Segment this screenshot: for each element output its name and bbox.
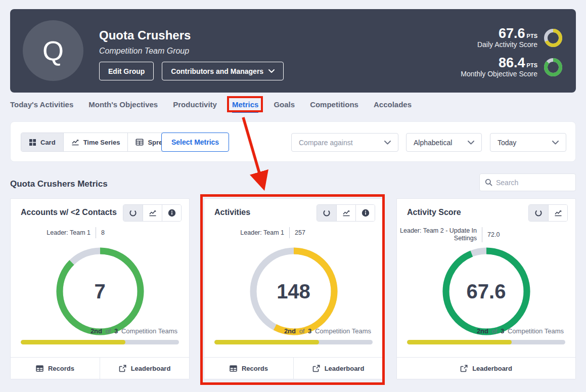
leader-label: Leader: Team 1: [11, 229, 91, 237]
compare-against-value: Compare against: [299, 139, 353, 147]
edit-group-label: Edit Group: [108, 67, 145, 75]
tab-competitions[interactable]: Competitions: [310, 100, 358, 113]
section-title: Quota Crushers Metrics: [10, 179, 108, 189]
rank-text: 2nd of 3 Competition Teams: [284, 327, 373, 335]
trend-view-button[interactable]: [548, 205, 567, 221]
tab-accolades[interactable]: Accolades: [374, 100, 412, 113]
contributors-managers-dropdown[interactable]: Contributors and Managers: [162, 62, 284, 80]
edit-group-button[interactable]: Edit Group: [99, 62, 154, 80]
rank-progress-fill: [214, 340, 319, 344]
contributors-managers-label: Contributors and Managers: [171, 67, 263, 75]
leader-label: Leader: Team 1: [204, 229, 284, 237]
daily-activity-score: 67.6PTS Daily Activity Score: [461, 26, 563, 49]
leader-value: 257: [295, 229, 383, 236]
tab-months-objectives[interactable]: Month's Objectives: [88, 100, 158, 113]
view-time-series-label: Time Series: [83, 139, 120, 146]
monthly-score-value: 86.4: [499, 55, 525, 70]
view-card-button[interactable]: Card: [21, 133, 63, 151]
monthly-score-label: Monthly Objective Score: [461, 70, 537, 78]
rank-position: 2nd: [477, 327, 488, 335]
leaderboard-label: Leaderboard: [131, 365, 171, 372]
monthly-score-unit: PTS: [527, 62, 537, 68]
leader-row: Leader: Team 2 - Update In Settings 72.0: [397, 227, 575, 242]
search-input[interactable]: [496, 179, 570, 187]
external-link-icon: [119, 365, 126, 372]
view-time-series-button[interactable]: Time Series: [63, 133, 128, 151]
donut-view-button[interactable]: [529, 205, 548, 221]
avatar-letter: Q: [42, 35, 64, 66]
rank-progress-bar: [21, 340, 179, 344]
tab-productivity[interactable]: Productivity: [173, 100, 217, 113]
donut-chart-icon: [534, 209, 543, 217]
records-button[interactable]: Records: [204, 358, 293, 379]
card-title: Accounts w/ <2 Contacts: [21, 208, 117, 217]
tab-goals[interactable]: Goals: [274, 100, 295, 113]
donut-chart: 148: [249, 246, 339, 336]
search-box: [479, 173, 576, 191]
tab-metrics-label: Metrics: [232, 100, 259, 109]
leaderboard-button[interactable]: Leaderboard: [293, 358, 383, 379]
card-footer: Records Leaderboard: [204, 357, 383, 379]
donut-chart-icon: [129, 209, 137, 217]
rank-progress-bar: [407, 340, 565, 344]
monthly-score-donut-icon: [544, 58, 563, 77]
info-icon: [168, 209, 176, 217]
rank-of: of: [492, 327, 498, 335]
records-label: Records: [48, 365, 74, 372]
metric-card-activities: Activities Leader: Team 1 257: [204, 198, 383, 379]
card-title: Activity Score: [407, 208, 461, 217]
rank-text: 2nd of 3 Competition Teams: [91, 327, 179, 335]
leaderboard-button[interactable]: Leaderboard: [100, 358, 189, 379]
trend-view-button[interactable]: [336, 205, 355, 221]
leaderboard-label: Leaderboard: [325, 365, 365, 372]
tab-metrics[interactable]: Metrics: [232, 100, 259, 113]
rank-total: 3: [114, 327, 118, 335]
compare-against-dropdown[interactable]: Compare against: [291, 133, 398, 152]
rank-position: 2nd: [91, 327, 102, 335]
date-range-dropdown[interactable]: Today: [490, 133, 566, 152]
rank-progress-fill: [21, 340, 125, 344]
daily-score-unit: PTS: [527, 33, 537, 39]
page-title: Quota Crushers: [99, 28, 191, 42]
donut-view-button[interactable]: [123, 205, 143, 221]
rank-total: 3: [308, 327, 311, 335]
chevron-down-icon: [384, 141, 391, 145]
select-metrics-button[interactable]: Select Metrics: [161, 133, 229, 152]
leaderboard-button[interactable]: Leaderboard: [397, 358, 575, 379]
chevron-down-icon: [552, 141, 559, 145]
rank-progress-bar: [214, 340, 373, 344]
rank-text: 2nd of 3 Competition Teams: [477, 327, 565, 335]
card-view-switcher: [317, 204, 375, 222]
sort-dropdown[interactable]: Alphabetical: [406, 133, 482, 152]
donut-view-button[interactable]: [317, 205, 336, 221]
records-table-icon: [36, 365, 43, 372]
external-link-icon: [312, 365, 320, 372]
view-card-label: Card: [40, 139, 56, 146]
external-link-icon: [460, 365, 468, 372]
trend-view-button[interactable]: [143, 205, 162, 221]
leader-value: 72.0: [487, 231, 575, 238]
metric-value: 148: [249, 246, 339, 336]
daily-score-donut-icon: [544, 28, 563, 48]
leader-row: Leader: Team 1 8: [11, 227, 189, 238]
metrics-toolbar: Card Time Series Spreadsheet Select Metr…: [10, 121, 576, 162]
info-icon: [362, 209, 370, 217]
rank-suffix: Competition Teams: [315, 327, 371, 335]
group-type-subtitle: Competition Team Group: [99, 47, 189, 56]
group-header: Q Quota Crushers Competition Team Group …: [10, 9, 576, 93]
line-chart-icon: [149, 209, 157, 216]
leaderboard-label: Leaderboard: [472, 365, 512, 372]
records-button[interactable]: Records: [11, 358, 100, 379]
leader-row: Leader: Team 1 257: [204, 227, 383, 238]
donut-chart: 7: [55, 246, 145, 336]
rank-suffix: Competition Teams: [508, 327, 564, 335]
leader-value: 8: [101, 229, 189, 236]
tab-todays-activities[interactable]: Today's Activities: [10, 100, 73, 113]
avatar: Q: [23, 20, 83, 81]
info-button[interactable]: [355, 205, 375, 221]
rank-position: 2nd: [284, 327, 296, 335]
tab-bar: Today's Activities Month's Objectives Pr…: [10, 100, 412, 113]
leader-divider: [289, 227, 290, 238]
card-view-switcher: [528, 204, 568, 222]
info-button[interactable]: [162, 205, 181, 221]
